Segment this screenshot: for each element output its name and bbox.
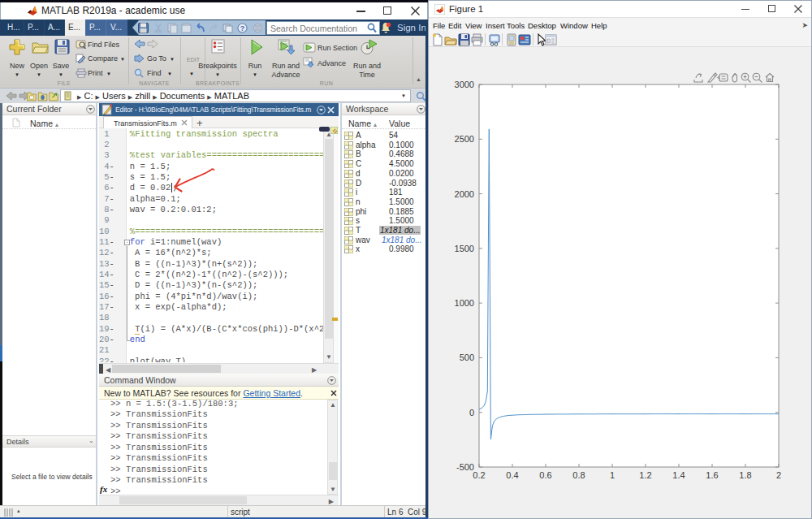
svg-text:1.4: 1.4 xyxy=(672,470,685,480)
svg-text:1000: 1000 xyxy=(455,298,474,308)
svg-text:2000: 2000 xyxy=(455,189,474,199)
svg-text:1: 1 xyxy=(610,470,615,480)
svg-text:1.6: 1.6 xyxy=(706,470,718,480)
svg-text:0.4: 0.4 xyxy=(506,470,518,480)
svg-text:0.6: 0.6 xyxy=(539,470,551,480)
svg-text:0.2: 0.2 xyxy=(473,470,485,480)
svg-text:2: 2 xyxy=(776,470,781,480)
svg-text:1.2: 1.2 xyxy=(639,470,651,480)
svg-text:500: 500 xyxy=(460,352,474,362)
svg-text:-500: -500 xyxy=(456,462,474,472)
svg-text:1.8: 1.8 xyxy=(739,470,751,480)
svg-text:1500: 1500 xyxy=(455,244,474,253)
svg-text:?: ? xyxy=(240,24,245,32)
svg-text:0: 0 xyxy=(469,408,474,417)
svg-text:2500: 2500 xyxy=(455,134,474,144)
svg-text:0.8: 0.8 xyxy=(572,470,585,480)
svg-text:3000: 3000 xyxy=(455,80,474,89)
